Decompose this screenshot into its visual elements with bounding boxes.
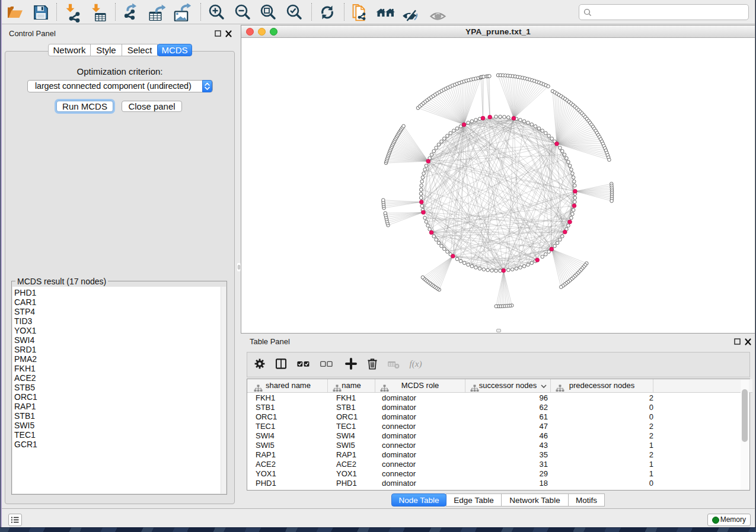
svg-text:f(x): f(x) <box>410 358 422 369</box>
